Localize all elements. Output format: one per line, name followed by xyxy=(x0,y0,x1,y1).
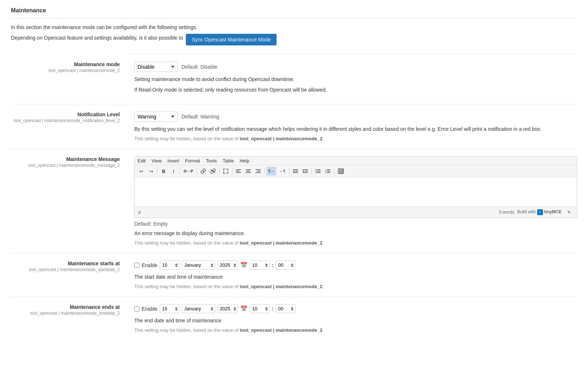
svg-line-0 xyxy=(211,169,215,173)
notification-level-desc: By this setting you can set the level of… xyxy=(134,125,577,133)
editor-menubar: Edit View Insert Format Tools Table Help xyxy=(135,157,577,165)
notification-level-select[interactable]: Warning Error Info xyxy=(134,112,178,122)
maintenance-message-desc: An error message to display during maint… xyxy=(134,230,577,237)
toolbar-redo[interactable]: ↪ xyxy=(147,167,155,176)
toolbar-sep6 xyxy=(264,168,265,174)
toolbar-undo[interactable]: ↩ xyxy=(137,167,146,176)
maintenance-ends-hidden-note: This setting may be hidden, based on the… xyxy=(134,327,577,333)
maintenance-ends-desc: The end date and time of maintenance xyxy=(134,317,577,324)
notification-level-hidden-key: tool_opencast | maintenancemode_2 xyxy=(240,136,323,141)
maintenance-ends-hour-select[interactable]: 10 00010911 xyxy=(250,304,270,313)
editor-statusbar: p 0 words Build with t tinyMCE ✎ xyxy=(135,206,577,218)
maintenance-starts-enable-checkbox[interactable] xyxy=(134,263,139,268)
menu-view[interactable]: View xyxy=(151,158,162,164)
notification-level-control-row: Warning Error Info Default: Warning xyxy=(134,112,577,122)
maintenance-starts-key: tool_opencast | maintenancemode_startdat… xyxy=(11,267,120,272)
maintenance-ends-month-select[interactable]: JanuaryFebruaryMarchApril MayJuneJulyAug… xyxy=(182,304,215,313)
notification-level-hidden-note: This setting may be hidden, based on the… xyxy=(134,136,577,141)
menu-tools[interactable]: Tools xyxy=(206,158,217,164)
toolbar-indent[interactable] xyxy=(301,167,310,176)
editor-word-count: 0 words xyxy=(499,210,514,215)
toolbar-align-left[interactable] xyxy=(234,167,243,176)
toolbar-link[interactable] xyxy=(199,167,208,176)
maintenance-ends-label-cell: Maintenance ends at tool_opencast | main… xyxy=(11,297,127,340)
editor-tinymce-label: Build with t tinyMCE xyxy=(517,209,562,215)
toolbar-numbered-list[interactable]: 1.2.3. xyxy=(323,167,332,176)
toolbar-bold[interactable]: B xyxy=(159,167,168,176)
maintenance-ends-enable-label: Enable xyxy=(142,306,158,312)
maintenance-starts-datetime-row: Enable 15 12345 678910 11121314 16171819… xyxy=(134,261,577,270)
maintenance-starts-label: Maintenance starts at xyxy=(11,261,120,266)
maintenance-starts-label-cell: Maintenance starts at tool_opencast | ma… xyxy=(11,253,127,297)
maintenance-message-hidden-suffix: . xyxy=(322,240,324,246)
maintenance-message-hidden-key: tool_opencast | maintenancemode_2 xyxy=(240,240,323,246)
maintenance-starts-hidden-key: tool_opencast | maintenancemode_2 xyxy=(240,284,323,289)
maintenance-ends-day-select[interactable]: 15 123 xyxy=(160,304,180,313)
maintenance-mode-key: tool_opencast | maintenancemode_2 xyxy=(11,68,120,73)
maintenance-ends-year-select[interactable]: 202520242026 xyxy=(217,304,238,313)
maintenance-starts-minute-select[interactable]: 00153045 xyxy=(275,261,295,270)
toolbar-sep1 xyxy=(157,168,158,174)
maintenance-message-hidden-note: This setting may be hidden, based on the… xyxy=(134,240,577,246)
toolbar-table[interactable] xyxy=(336,167,346,176)
maintenance-starts-enable-label: Enable xyxy=(142,262,158,268)
maintenance-message-default: Default: Empty xyxy=(134,221,577,227)
toolbar-unlink[interactable] xyxy=(209,167,217,176)
toolbar-heading[interactable]: H↔P xyxy=(182,167,195,176)
editor-path: p xyxy=(138,210,141,215)
toolbar-bullet-list[interactable] xyxy=(314,167,322,176)
time-colon-ends: : xyxy=(272,306,274,312)
toolbar-fullscreen[interactable] xyxy=(221,167,230,176)
maintenance-mode-desc2: If Read-Only mode is selected, only read… xyxy=(134,86,577,94)
maintenance-starts-hour-select[interactable]: 10 0001020304 0506070809 1112131415 1617… xyxy=(250,261,270,270)
maintenance-ends-content: Enable 15 123 JanuaryFebruaryMarchApril … xyxy=(127,297,577,340)
maintenance-ends-datetime-row: Enable 15 123 JanuaryFebruaryMarchApril … xyxy=(134,304,577,313)
toolbar-rtl[interactable]: ←¶ xyxy=(277,167,287,176)
menu-edit[interactable]: Edit xyxy=(138,158,146,164)
toolbar-outdent[interactable] xyxy=(291,167,300,176)
page-title: Maintenance xyxy=(11,7,577,14)
maintenance-mode-select[interactable]: Disable Enable Read-Only xyxy=(134,62,178,72)
maintenance-starts-year-select[interactable]: 202520242026 xyxy=(217,261,238,270)
maintenance-message-label-cell: Maintenance Message tool_opencast | main… xyxy=(11,149,127,253)
toolbar-sep4 xyxy=(219,168,220,174)
notification-level-content: Warning Error Info Default: Warning By t… xyxy=(127,104,577,149)
time-colon-starts: : xyxy=(272,262,274,268)
editor-resize-handle[interactable]: ✎ xyxy=(564,208,573,217)
toolbar-align-right[interactable] xyxy=(254,167,262,176)
description1: In this section the maintenance mode can… xyxy=(11,24,577,30)
maintenance-ends-minute-select[interactable]: 00153045 xyxy=(275,304,295,313)
toolbar-sep9 xyxy=(334,168,334,174)
menu-table[interactable]: Table xyxy=(222,158,234,164)
svg-point-20 xyxy=(315,172,316,173)
menu-insert[interactable]: Insert xyxy=(167,158,179,164)
toolbar-sep2 xyxy=(180,168,180,174)
menu-format[interactable]: Format xyxy=(185,158,200,164)
description2: Depending on Opencast feature and settin… xyxy=(11,35,183,41)
calendar-ends-icon: 📅 xyxy=(240,305,248,312)
maintenance-starts-month-select[interactable]: JanuaryFebruaryMarchApril MayJuneJulyAug… xyxy=(182,261,215,270)
maintenance-message-key: tool_opencast | maintenancemode_message_… xyxy=(11,163,120,168)
maintenance-message-hidden-prefix: This setting may be hidden, based on the… xyxy=(134,240,238,246)
toolbar-sep7 xyxy=(289,168,289,174)
calendar-starts-icon: 📅 xyxy=(240,262,248,269)
sync-button[interactable]: Sync Opencast Maintenance Mode xyxy=(186,34,277,45)
toolbar-ltr[interactable]: ¶→ xyxy=(266,167,276,176)
notification-level-hidden-suffix: . xyxy=(322,136,324,141)
editor-content-area[interactable] xyxy=(135,177,577,206)
menu-help[interactable]: Help xyxy=(240,158,249,164)
maintenance-ends-enable-checkbox[interactable] xyxy=(134,306,139,311)
maintenance-mode-control-row: Disable Enable Read-Only Default: Disabl… xyxy=(134,62,577,72)
svg-point-16 xyxy=(315,169,316,170)
maintenance-mode-label-cell: Maintenance mode tool_opencast | mainten… xyxy=(11,54,127,104)
maintenance-ends-hidden-key: tool_opencast | maintenancemode_2 xyxy=(240,327,323,333)
toolbar-align-center[interactable] xyxy=(244,167,253,176)
maintenance-mode-default: Default: Disable xyxy=(181,64,217,70)
maintenance-ends-label: Maintenance ends at xyxy=(11,304,120,310)
maintenance-starts-day-select[interactable]: 15 12345 678910 11121314 1617181920 2122… xyxy=(160,261,180,270)
page-container: Maintenance In this section the maintena… xyxy=(0,0,588,347)
toolbar-italic[interactable]: I xyxy=(169,167,178,176)
maintenance-mode-content: Disable Enable Read-Only Default: Disabl… xyxy=(127,54,577,104)
svg-text:3.: 3. xyxy=(325,172,327,173)
sync-row: Depending on Opencast feature and settin… xyxy=(11,34,577,45)
